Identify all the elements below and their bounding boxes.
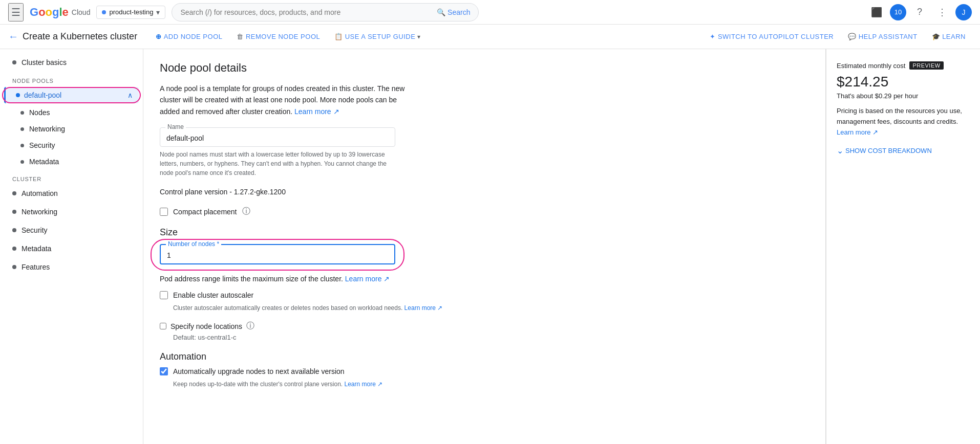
security-label: Security bbox=[22, 226, 48, 234]
sidebar-item-security-child[interactable]: Security bbox=[0, 137, 143, 153]
project-selector[interactable]: product-testing ▾ bbox=[96, 6, 165, 19]
auto-upgrade-checkbox[interactable] bbox=[160, 367, 168, 375]
add-icon: ⊕ bbox=[156, 33, 162, 40]
use-setup-guide-button[interactable]: 📋 USE A SETUP GUIDE ▾ bbox=[328, 30, 427, 43]
autoscaler-checkbox[interactable] bbox=[160, 291, 168, 299]
sub-nav-actions: ⊕ ADD NODE POOL 🗑 REMOVE NODE POOL 📋 USE… bbox=[150, 30, 427, 43]
pod-hint: Pod address range limits the maximum siz… bbox=[160, 275, 809, 283]
sidebar-item-default-pool[interactable]: default-pool ∧ bbox=[4, 87, 139, 103]
compact-placement-label[interactable]: Compact placement bbox=[173, 208, 237, 216]
sub-nav-right: ✦ SWITCH TO AUTOPILOT CLUSTER 💬 HELP ASS… bbox=[704, 30, 972, 43]
number-of-nodes-container: Number of nodes * bbox=[160, 244, 395, 264]
nav-right: ⬛ 10 ? ⋮ J bbox=[867, 3, 972, 21]
estimated-cost-label: Estimated monthly cost PREVIEW bbox=[837, 61, 970, 70]
networking-dot bbox=[12, 210, 16, 214]
features-dot bbox=[12, 265, 16, 269]
default-pool-container: default-pool ∧ bbox=[4, 87, 139, 103]
cost-per-hour: That's about $0.29 per hour bbox=[837, 92, 970, 100]
notification-badge[interactable]: 10 bbox=[890, 4, 906, 20]
automation-label: Automation bbox=[22, 189, 58, 197]
page-title: Create a Kubernetes cluster bbox=[23, 31, 137, 42]
description: A node pool is a template for groups of … bbox=[160, 83, 406, 117]
add-node-pool-button[interactable]: ⊕ ADD NODE POOL bbox=[150, 30, 228, 43]
chevron-down-icon: ▾ bbox=[417, 33, 421, 40]
help-assistant-button[interactable]: 💬 HELP ASSISTANT bbox=[842, 30, 923, 43]
remove-node-pool-button[interactable]: 🗑 REMOVE NODE POOL bbox=[230, 30, 326, 43]
nodes-dot bbox=[20, 111, 24, 115]
cost-amount: $214.25 bbox=[837, 74, 970, 90]
metadata-child-dot bbox=[20, 160, 24, 164]
sidebar-item-security[interactable]: Security bbox=[0, 221, 143, 239]
cluster-basics-label: Cluster basics bbox=[22, 58, 67, 66]
learn-more-link[interactable]: Learn more ↗ bbox=[294, 107, 339, 116]
compact-placement-help-icon[interactable]: ⓘ bbox=[242, 206, 250, 217]
default-location-text: Default: us-central1-c bbox=[173, 334, 809, 341]
search-button[interactable]: 🔍 Search bbox=[437, 8, 470, 16]
auto-upgrade-learn-more-link[interactable]: Learn more ↗ bbox=[345, 381, 383, 388]
terminal-icon: ⬛ bbox=[871, 7, 882, 18]
compact-placement-checkbox[interactable] bbox=[160, 208, 168, 216]
sidebar-item-cluster-basics[interactable]: Cluster basics bbox=[0, 53, 143, 72]
features-label: Features bbox=[22, 263, 50, 271]
project-dot bbox=[102, 10, 106, 14]
help-icon: ? bbox=[917, 7, 922, 17]
sidebar-item-metadata[interactable]: Metadata bbox=[0, 239, 143, 258]
sidebar-item-metadata-child[interactable]: Metadata bbox=[0, 153, 143, 170]
number-of-nodes-group: Number of nodes * bbox=[160, 244, 809, 264]
security-child-dot bbox=[20, 144, 24, 147]
sidebar-item-networking[interactable]: Networking bbox=[0, 203, 143, 221]
cluster-section: CLUSTER bbox=[0, 170, 143, 184]
chevron-down-cost-icon: ⌄ bbox=[837, 146, 843, 156]
default-pool-dot bbox=[16, 93, 20, 97]
more-options-btn[interactable]: ⋮ bbox=[933, 3, 951, 21]
project-name: product-testing bbox=[109, 8, 153, 16]
more-icon: ⋮ bbox=[938, 7, 947, 18]
help-assistant-label: HELP ASSISTANT bbox=[859, 33, 918, 40]
pod-hint-learn-more-link[interactable]: Learn more ↗ bbox=[345, 275, 390, 283]
cost-desc: Pricing is based on the resources you us… bbox=[837, 106, 970, 138]
search-input[interactable] bbox=[180, 8, 433, 16]
control-plane-version: Control plane version - 1.27.2-gke.1200 bbox=[160, 188, 809, 196]
google-cloud-logo[interactable]: Google Cloud bbox=[30, 6, 90, 19]
back-button[interactable]: ← bbox=[8, 29, 23, 45]
number-of-nodes-input[interactable] bbox=[167, 251, 388, 259]
networking-child-label: Networking bbox=[29, 125, 65, 133]
hamburger-menu[interactable]: ☰ bbox=[8, 3, 24, 21]
remove-node-pool-label: REMOVE NODE POOL bbox=[246, 33, 320, 40]
sidebar-item-automation[interactable]: Automation bbox=[0, 184, 143, 203]
autoscaler-desc: Cluster autoscaler automatically creates… bbox=[173, 303, 809, 313]
specify-locations-help-icon[interactable]: ⓘ bbox=[246, 321, 254, 331]
specify-locations-checkbox[interactable] bbox=[160, 323, 166, 329]
name-input[interactable] bbox=[166, 134, 389, 142]
remove-icon: 🗑 bbox=[237, 33, 244, 40]
terminal-icon-btn[interactable]: ⬛ bbox=[867, 3, 886, 21]
project-dropdown-icon: ▾ bbox=[156, 8, 160, 16]
learn-button[interactable]: 🎓 LEARN bbox=[926, 30, 972, 43]
compact-placement-row: Compact placement ⓘ bbox=[160, 206, 809, 217]
show-breakdown-button[interactable]: ⌄ SHOW COST BREAKDOWN bbox=[837, 146, 932, 156]
logo-cloud-text: Cloud bbox=[72, 8, 91, 16]
auto-upgrade-desc: Keep nodes up-to-date with the cluster's… bbox=[173, 380, 809, 389]
show-breakdown-label: SHOW COST BREAKDOWN bbox=[845, 147, 932, 154]
sidebar-item-nodes[interactable]: Nodes bbox=[0, 104, 143, 121]
search-bar: 🔍 Search bbox=[172, 3, 479, 21]
learn-icon: 🎓 bbox=[932, 33, 941, 40]
specify-locations-label[interactable]: Specify node locations bbox=[171, 322, 242, 330]
content-area: Node pool details A node pool is a templ… bbox=[143, 49, 980, 444]
nodes-label: Nodes bbox=[29, 108, 50, 117]
auto-upgrade-label[interactable]: Automatically upgrade nodes to next avai… bbox=[173, 367, 345, 375]
user-avatar[interactable]: J bbox=[955, 4, 972, 20]
switch-autopilot-button[interactable]: ✦ SWITCH TO AUTOPILOT CLUSTER bbox=[704, 30, 840, 43]
metadata-dot bbox=[12, 247, 16, 251]
number-of-nodes-label: Number of nodes * bbox=[166, 240, 221, 248]
sidebar-item-networking-child[interactable]: Networking bbox=[0, 121, 143, 137]
name-field-group: Name Node pool names must start with a l… bbox=[160, 127, 809, 177]
autoscaler-learn-more-link[interactable]: Learn more ↗ bbox=[404, 304, 443, 312]
help-icon-btn[interactable]: ? bbox=[910, 3, 929, 21]
node-pools-section: NODE POOLS bbox=[0, 72, 143, 86]
chat-icon: 💬 bbox=[848, 33, 857, 40]
name-field-container: Name bbox=[160, 127, 395, 147]
cost-learn-more-link[interactable]: Learn more ↗ bbox=[837, 128, 878, 136]
sidebar-item-features[interactable]: Features bbox=[0, 258, 143, 276]
autoscaler-label[interactable]: Enable cluster autoscaler bbox=[173, 291, 253, 299]
